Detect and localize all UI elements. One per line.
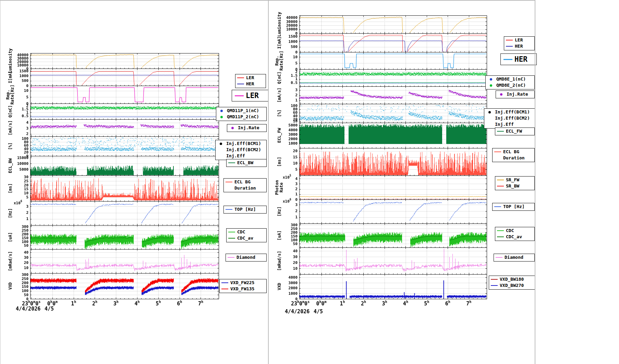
window-divider [268, 0, 269, 364]
window-border-top [0, 0, 535, 1]
window-border-left [0, 0, 0, 364]
belle2-beam-background-monitor: LERHERLERQMD11P_1(nC)QMD11P_2(nC)Inj.Rat… [0, 0, 619, 364]
plots-canvas [0, 0, 619, 364]
window-border-right [535, 0, 535, 364]
